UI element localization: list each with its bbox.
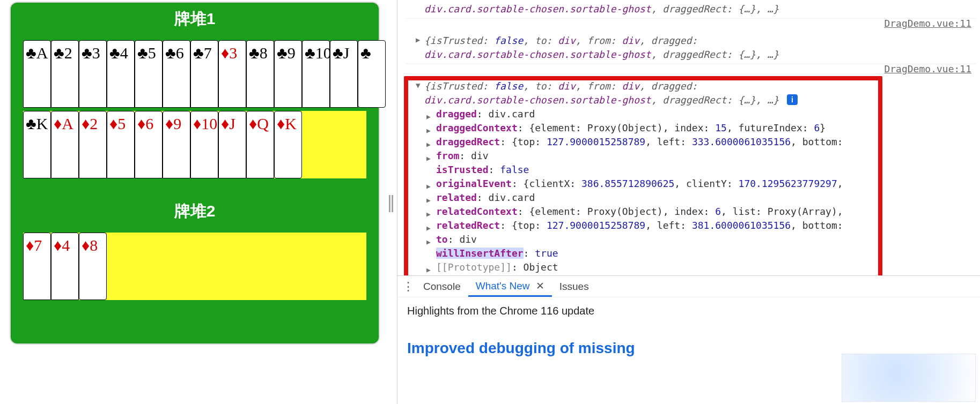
element-ref: div (558, 80, 576, 92)
prop-isTrusted: isTrusted: false (424, 163, 976, 177)
text-fragment: , dragged: (639, 35, 697, 46)
text-fragment: {…} (738, 49, 756, 60)
text-fragment: , …} (756, 49, 779, 60)
pile1-row2[interactable]: ♣K♦A♦2♦5♦6♦9♦10♦J♦Q♦K (23, 110, 367, 179)
info-icon[interactable]: i (787, 94, 798, 105)
text-fragment: , dragged: (639, 80, 697, 92)
text-fragment: , draggedRect: (651, 49, 739, 60)
text-fragment: , to: (523, 80, 558, 92)
playing-card[interactable]: ♦3 (218, 40, 246, 108)
playing-card[interactable]: ♣J (330, 40, 358, 108)
console-log-entry[interactable]: ▶ {isTrusted: false, to: div, from: div,… (406, 33, 976, 64)
playing-card[interactable]: ♣8 (246, 40, 274, 108)
playing-card[interactable]: ♣10 (302, 40, 330, 108)
playing-card[interactable]: ♦2 (79, 111, 107, 178)
prop-originalEvent[interactable]: ▶originalEvent: {clientX: 386.8557128906… (424, 177, 976, 191)
tab-issues[interactable]: Issues (552, 278, 596, 296)
tab-label: What's New (476, 280, 530, 291)
prop-prototype[interactable]: ▶[[Prototype]]: Object (424, 260, 976, 274)
playing-card[interactable]: ♦A (51, 111, 79, 178)
devtools-pane: div.card.sortable-chosen.sortable-ghost,… (397, 0, 980, 404)
dragged-selector: div.card.sortable-chosen.sortable-ghost (424, 3, 651, 14)
bool-literal: false (494, 80, 523, 92)
playing-card[interactable]: ♣K (23, 111, 51, 178)
playing-card[interactable]: ♣6 (163, 40, 190, 108)
expand-icon[interactable]: ▶ (416, 35, 420, 44)
playing-card[interactable]: ♣9 (274, 40, 302, 108)
text-fragment: {isTrusted: (424, 80, 494, 92)
playing-card[interactable]: ♣2 (51, 40, 79, 108)
element-ref: div (622, 35, 639, 46)
playing-card[interactable]: ♦J (218, 111, 246, 178)
prop-draggedContext[interactable]: ▶draggedContext: {element: Proxy(Object)… (424, 121, 976, 135)
playing-card[interactable]: ♦Q (246, 111, 274, 178)
text-fragment: {isTrusted: (424, 35, 494, 46)
playing-card[interactable]: ♦4 (51, 233, 79, 300)
playing-card[interactable]: ♦5 (107, 111, 135, 178)
playing-card[interactable]: ♦6 (135, 111, 163, 178)
dragged-selector: div.card.sortable-chosen.sortable-ghost (424, 94, 651, 106)
promo-image (842, 354, 976, 402)
text-fragment: , draggedRect: (651, 94, 739, 106)
element-ref: div (622, 80, 639, 92)
text-fragment: , to: (523, 35, 558, 46)
console-output[interactable]: div.card.sortable-chosen.sortable-ghost,… (397, 0, 980, 275)
playing-card[interactable]: ♣3 (79, 40, 107, 108)
element-ref: div (558, 35, 576, 46)
playing-card[interactable]: ♣ (358, 40, 386, 108)
prop-dragged[interactable]: ▶dragged: div.card (424, 107, 976, 121)
text-fragment: , …} (756, 94, 779, 106)
drawer-headline: Highlights from the Chrome 116 update (407, 305, 970, 317)
app-pane: 牌堆1 ♣A♣2♣3♣4♣5♣6♣7♦3♣8♣9♣10♣J♣ ♣K♦A♦2♦5♦… (0, 0, 385, 404)
console-log-entry-expanded[interactable]: ▼ {isTrusted: false, to: div, from: div,… (406, 78, 976, 275)
pile1: ♣A♣2♣3♣4♣5♣6♣7♦3♣8♣9♣10♣J♣ ♣K♦A♦2♦5♦6♦9♦… (23, 40, 367, 179)
kebab-icon[interactable]: ⋮ (401, 280, 416, 294)
pile1-title: 牌堆1 (11, 8, 379, 30)
prop-relatedRect[interactable]: ▶relatedRect: {top: 127.9000015258789, l… (424, 219, 976, 233)
tab-console[interactable]: Console (416, 278, 468, 296)
text-fragment: {…} (738, 3, 756, 14)
text-fragment: , from: (576, 35, 622, 46)
playing-card[interactable]: ♦K (274, 111, 302, 178)
playing-card[interactable]: ♦7 (23, 233, 51, 300)
playing-card[interactable]: ♦9 (163, 111, 190, 178)
text-fragment: , …} (756, 3, 779, 14)
tab-whats-new[interactable]: What's New ✕ (468, 276, 552, 297)
playing-card[interactable]: ♣5 (135, 40, 163, 108)
text-fragment: , from: (576, 80, 622, 92)
prop-to[interactable]: ▶to: div (424, 233, 976, 246)
pile2-title: 牌堆2 (11, 200, 379, 222)
game-board: 牌堆1 ♣A♣2♣3♣4♣5♣6♣7♦3♣8♣9♣10♣J♣ ♣K♦A♦2♦5♦… (10, 2, 380, 345)
prop-willInsertAfter: willInsertAfter: true (424, 246, 976, 260)
playing-card[interactable]: ♣4 (107, 40, 135, 108)
text-fragment: {…} (738, 94, 756, 106)
prop-relatedContext[interactable]: ▶relatedContext: {element: Proxy(Object)… (424, 205, 976, 219)
pile1-row1[interactable]: ♣A♣2♣3♣4♣5♣6♣7♦3♣8♣9♣10♣J♣ (23, 40, 367, 108)
collapse-icon[interactable]: ▼ (416, 81, 420, 89)
drawer-body[interactable]: Highlights from the Chrome 116 update Im… (397, 297, 980, 404)
prop-related[interactable]: ▶related: div.card (424, 191, 976, 205)
close-icon[interactable]: ✕ (536, 280, 544, 291)
playing-card[interactable]: ♦10 (190, 111, 218, 178)
console-log-entry[interactable]: div.card.sortable-chosen.sortable-ghost,… (406, 1, 976, 19)
playing-card[interactable]: ♣A (23, 40, 51, 108)
bool-literal: false (494, 35, 523, 46)
source-link[interactable]: DragDemo.vue:11 (884, 63, 971, 74)
dragged-selector: div.card.sortable-chosen.sortable-ghost (424, 49, 651, 60)
playing-card[interactable]: ♦8 (79, 233, 107, 300)
pile2: ♦7♦4♦8 (23, 232, 367, 301)
prop-draggedRect[interactable]: ▶draggedRect: {top: 127.9000015258789, l… (424, 135, 976, 149)
drawer-tabs: ⋮ Console What's New ✕ Issues (397, 275, 980, 297)
playing-card[interactable]: ♣7 (190, 40, 218, 108)
text-fragment: , draggedRect: (651, 3, 739, 14)
pile2-row1[interactable]: ♦7♦4♦8 (23, 232, 367, 301)
prop-from[interactable]: ▶from: div (424, 149, 976, 163)
pane-resize-handle[interactable]: ‖ (385, 0, 397, 404)
source-link[interactable]: DragDemo.vue:11 (884, 18, 971, 29)
